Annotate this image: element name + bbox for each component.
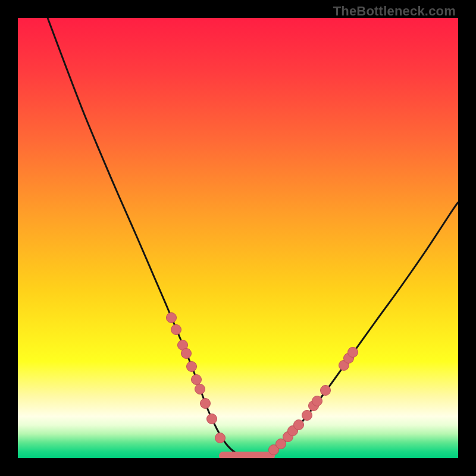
marker-dot <box>312 396 322 406</box>
marker-dot <box>294 420 304 430</box>
watermark-label: TheBottleneck.com <box>333 4 456 19</box>
marker-dot <box>167 313 177 323</box>
chart-frame <box>18 18 458 458</box>
chart-plot-layer <box>18 18 458 458</box>
marker-dot <box>207 414 217 424</box>
marker-dot <box>215 433 226 443</box>
marker-dot <box>348 347 358 358</box>
marker-dot <box>181 349 192 359</box>
marker-dot <box>187 362 197 372</box>
marker-dot <box>195 384 205 394</box>
marker-dot <box>201 399 211 409</box>
marker-group <box>167 313 358 455</box>
bottleneck-curve <box>48 18 458 456</box>
marker-dot <box>171 325 181 335</box>
marker-dot <box>192 375 202 385</box>
marker-dot <box>302 411 312 421</box>
marker-dot <box>321 386 331 396</box>
